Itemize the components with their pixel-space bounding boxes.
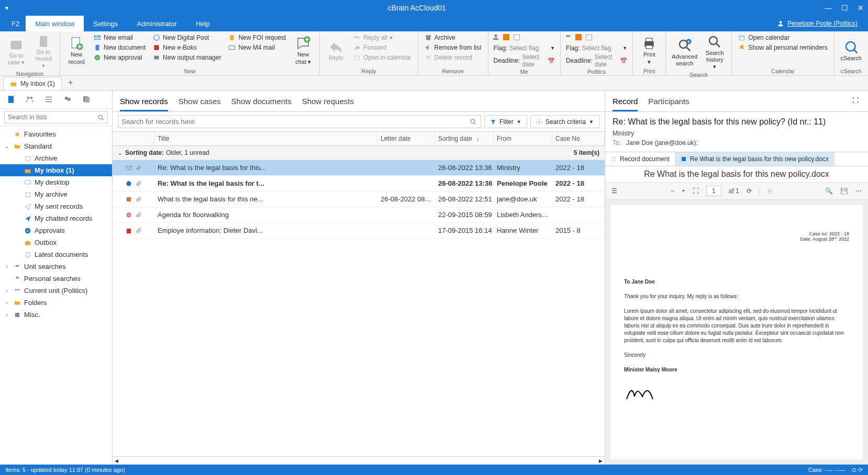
me-deadline-row[interactable]: Deadline:Select date📅 [492, 53, 557, 69]
show-reminders-button[interactable]: Show all personal reminders [735, 43, 830, 52]
new-eboks-button[interactable]: New e-Boks [150, 43, 224, 52]
new-foi-button[interactable]: New FOI request [225, 33, 289, 42]
table-row[interactable]: What is the legal basis for this ne...26… [113, 191, 605, 207]
close-button[interactable]: ✕ [858, 4, 864, 12]
rotate-icon[interactable]: ⟳ [747, 187, 752, 195]
sidebar-item-personal-searches[interactable]: Personal searches [0, 273, 112, 285]
sidebar-item-my-archive[interactable]: My archive [0, 188, 112, 200]
filter-button[interactable]: Filter▼ [484, 115, 527, 128]
status-icon[interactable]: ⊙ ⟳ [852, 467, 863, 473]
more-icon[interactable]: ⋯ [855, 187, 862, 195]
new-digital-post-button[interactable]: New Digital Post [150, 33, 224, 42]
tab-participants[interactable]: Participants [648, 95, 689, 111]
new-m4-button[interactable]: New M4 mail [225, 43, 289, 52]
user-badge[interactable]: Penelope Poole (Politics) [777, 16, 868, 31]
new-email-button[interactable]: New email [91, 33, 149, 42]
print-button[interactable]: Print ▾ [636, 33, 662, 68]
tab-record[interactable]: Record [613, 95, 638, 111]
reply-button[interactable]: Reply [323, 33, 349, 68]
new-output-manager-button[interactable]: New output manager [150, 53, 224, 62]
minimize-button[interactable]: — [825, 4, 832, 12]
tab-show-documents[interactable]: Show documents [231, 95, 292, 111]
sidebar-item-latest[interactable]: Latest documents [0, 248, 112, 261]
csearch-button[interactable]: cSearch [838, 33, 865, 68]
new-approval-button[interactable]: New approval [91, 53, 149, 62]
tab-show-cases[interactable]: Show cases [179, 95, 221, 111]
search-history-button[interactable]: Search history ▾ [701, 33, 728, 72]
flag-toggle-icon[interactable] [502, 33, 510, 41]
sidebar-item-current-unit[interactable]: ›Current unit (Politics) [0, 285, 112, 297]
fit-icon[interactable]: ⛶ [693, 187, 699, 195]
flag-toggle-icon[interactable] [574, 33, 583, 41]
copy-icon[interactable]: ⎘ [768, 187, 772, 195]
advanced-search-button[interactable]: Advanced search [669, 33, 700, 72]
new-document-button[interactable]: New document [91, 43, 149, 52]
tab-show-records[interactable]: Show records [120, 95, 168, 111]
zoom-out-button[interactable]: − [671, 187, 674, 195]
col-title[interactable]: Title [154, 132, 377, 145]
table-row[interactable]: Re: What is the legal basis for t...26-0… [113, 176, 605, 191]
menu-administrator[interactable]: Administrator [127, 16, 186, 31]
forward-button[interactable]: Forward [350, 43, 414, 52]
sidebar-item-outbox[interactable]: Outbox [0, 236, 112, 248]
sidebar-item-folders[interactable]: ›Folders [0, 297, 112, 309]
search-criteria-button[interactable]: Search criteria▼ [530, 115, 599, 128]
col-case-no[interactable]: Case No [552, 132, 605, 145]
save-icon[interactable]: 💾 [840, 187, 848, 195]
politics-deadline-row[interactable]: Deadline:Select date📅 [564, 53, 629, 69]
group-header[interactable]: ⌄ Sorting date: Older, 1 unread 5 item(s… [113, 146, 605, 160]
go-to-record-button[interactable]: Go to record ▾ [30, 33, 57, 71]
sidebar-item-archive[interactable]: Archive [0, 152, 112, 164]
delete-record-button[interactable]: Delete record [421, 53, 485, 62]
doctab-record-document[interactable]: Record document [605, 152, 675, 166]
sidebar-item-favourites[interactable]: Favourites [0, 128, 112, 140]
col-letter-date[interactable]: Letter date [377, 132, 435, 145]
sidebar-item-standard[interactable]: ⌄Standard [0, 140, 112, 152]
go-to-case-button[interactable]: Go to case ▾ [3, 33, 29, 71]
expand-icon[interactable]: ⛶ [850, 95, 861, 111]
open-calendar-button[interactable]: Open in calendar [350, 53, 414, 62]
view-mode-list-icon[interactable] [44, 95, 53, 104]
remove-from-list-button[interactable]: Remove from list [421, 43, 485, 52]
reply-all-button[interactable]: Reply all ▾ [350, 33, 414, 42]
doctab-attachment[interactable]: Re What is the legal basis for this new … [675, 152, 834, 166]
horizontal-scrollbar[interactable]: ◀▶ [113, 456, 605, 465]
add-tab-button[interactable]: + [62, 75, 79, 90]
sidebar-item-chatted[interactable]: My chatted records [0, 212, 112, 224]
search-lists-input[interactable] [4, 111, 108, 123]
menu-help[interactable]: Help [186, 16, 219, 31]
qat-dropdown-icon[interactable]: ▼ [4, 5, 9, 11]
tab-show-requests[interactable]: Show requests [302, 95, 354, 111]
view-mode-records-icon[interactable] [6, 95, 16, 104]
sidebar-item-sent[interactable]: My sent records [0, 200, 112, 212]
sidebar-item-approvals[interactable]: Approvals [0, 224, 112, 236]
table-row[interactable]: Re: What is the legal basis for this...2… [113, 160, 605, 176]
sidebar-item-my-inbox[interactable]: My inbox (1) [0, 164, 112, 176]
view-mode-stack-icon[interactable] [82, 95, 91, 104]
search-records-input[interactable] [118, 115, 481, 128]
table-row[interactable]: Agenda for floorwalking22-09-2015 08:59L… [113, 207, 605, 223]
menu-f2[interactable]: F2 [5, 16, 26, 31]
tab-my-inbox[interactable]: My inbox (1) [3, 77, 62, 90]
col-from[interactable]: From [494, 132, 552, 145]
table-row[interactable]: Employe information: Dieter Davi...17-09… [113, 223, 605, 239]
zoom-in-button[interactable]: + [682, 187, 685, 195]
date-toggle-icon[interactable] [513, 33, 521, 41]
menu-settings[interactable]: Settings [84, 16, 127, 31]
view-mode-people-icon[interactable] [25, 95, 35, 104]
date-toggle-icon[interactable] [585, 33, 593, 41]
view-mode-group-icon[interactable] [63, 95, 72, 104]
sidebar-item-desktop[interactable]: My desktop [0, 176, 112, 188]
politics-flag-row[interactable]: Flag:Select flag▼ [564, 44, 629, 52]
page-number-input[interactable]: 1 [706, 186, 721, 196]
sidebar-item-misc[interactable]: ›Misc. [0, 309, 112, 321]
new-record-button[interactable]: New record [63, 33, 90, 68]
me-flag-row[interactable]: Flag:Select flag▼ [492, 44, 557, 52]
menu-main-window[interactable]: Main window [26, 16, 84, 31]
archive-button[interactable]: Archive [421, 33, 485, 42]
col-sorting-date[interactable]: Sorting date↓ [435, 132, 494, 145]
sidebar-item-unit-searches[interactable]: ›Unit searches [0, 261, 112, 273]
new-chat-button[interactable]: New chat ▾ [290, 33, 316, 68]
toc-icon[interactable]: ☰ [611, 187, 617, 195]
open-calendar-button[interactable]: Open calendar [735, 33, 830, 42]
